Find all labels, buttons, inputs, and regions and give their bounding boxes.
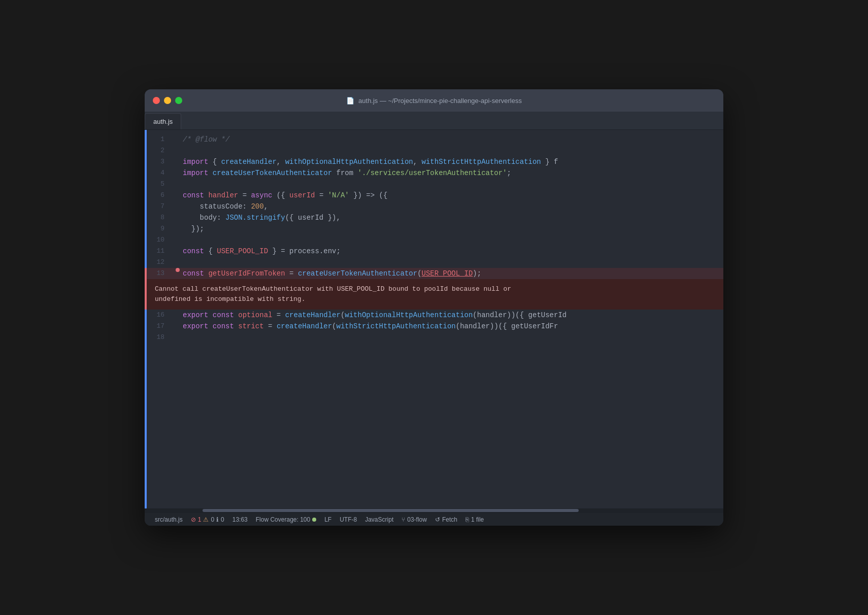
statusbar: src/auth.js ⊘ 1 ⚠ 0 ℹ 0 13:63 Flow Cover…: [145, 512, 723, 526]
error-dot: [176, 268, 180, 272]
editor: 1 /* @flow */ 2 3 import { createHandler…: [145, 130, 723, 512]
table-row: 4 import createUserTokenAuthenticator fr…: [145, 167, 723, 179]
close-button[interactable]: [153, 97, 160, 104]
table-row: 6 const handler = async ({ userId = 'N/A…: [145, 190, 723, 201]
file-icon: 📄: [346, 97, 354, 105]
status-encoding[interactable]: UTF-8: [336, 516, 361, 523]
status-branch[interactable]: ⑂ 03-flow: [397, 516, 431, 523]
maximize-button[interactable]: [175, 97, 182, 104]
window-title: 📄 auth.js — ~/Projects/mince-pie-challen…: [346, 97, 522, 105]
tabbar: auth.js: [145, 112, 723, 130]
files-icon: ⎘: [465, 516, 469, 523]
status-cursor[interactable]: 13:63: [228, 516, 252, 523]
status-filepath[interactable]: src/auth.js: [151, 516, 187, 523]
status-fetch[interactable]: ↺ Fetch: [431, 516, 461, 523]
table-row: 17 export const strict = createHandler(w…: [145, 321, 723, 332]
table-row: 18: [145, 332, 723, 343]
code-area[interactable]: 1 /* @flow */ 2 3 import { createHandler…: [145, 130, 723, 508]
status-language[interactable]: JavaScript: [361, 516, 397, 523]
table-row: 12: [145, 257, 723, 268]
status-lf[interactable]: LF: [320, 516, 336, 523]
error-icon: ⊘: [191, 516, 196, 523]
table-row: 10: [145, 234, 723, 246]
table-row: 11 const { USER_POOL_ID } = process.env;: [145, 246, 723, 257]
flow-coverage-dot: [312, 518, 316, 522]
branch-icon: ⑂: [402, 516, 405, 523]
scrollbar-thumb[interactable]: [203, 509, 579, 512]
table-row: 13 const getUserIdFromToken = createUser…: [145, 268, 723, 279]
warning-icon: ⚠: [203, 516, 209, 523]
table-row: 5: [145, 179, 723, 190]
table-row: 3 import { createHandler, withOptionalHt…: [145, 156, 723, 167]
table-row: 16 export const optional = createHandler…: [145, 310, 723, 321]
status-flow-coverage[interactable]: Flow Coverage: 100: [252, 516, 320, 523]
editor-window: 📄 auth.js — ~/Projects/mince-pie-challen…: [145, 89, 723, 526]
table-row: 7 statusCode: 200,: [145, 201, 723, 212]
table-row: 9 });: [145, 223, 723, 234]
info-icon: ℹ: [216, 516, 219, 523]
horizontal-scrollbar[interactable]: [145, 508, 723, 512]
minimize-button[interactable]: [164, 97, 171, 104]
fetch-icon: ↺: [435, 516, 440, 523]
table-row: 1 /* @flow */: [145, 134, 723, 145]
status-files[interactable]: ⎘ 1 file: [461, 516, 488, 523]
table-row: 2: [145, 145, 723, 156]
titlebar: 📄 auth.js — ~/Projects/mince-pie-challen…: [145, 89, 723, 112]
tab-auth-js[interactable]: auth.js: [145, 113, 181, 129]
traffic-lights: [153, 97, 182, 104]
table-row: 8 body: JSON.stringify({ userId }),: [145, 212, 723, 223]
status-errors[interactable]: ⊘ 1 ⚠ 0 ℹ 0: [187, 516, 228, 523]
error-bar: [145, 268, 147, 279]
error-tooltip: Cannot call createUserTokenAuthenticator…: [145, 279, 723, 310]
